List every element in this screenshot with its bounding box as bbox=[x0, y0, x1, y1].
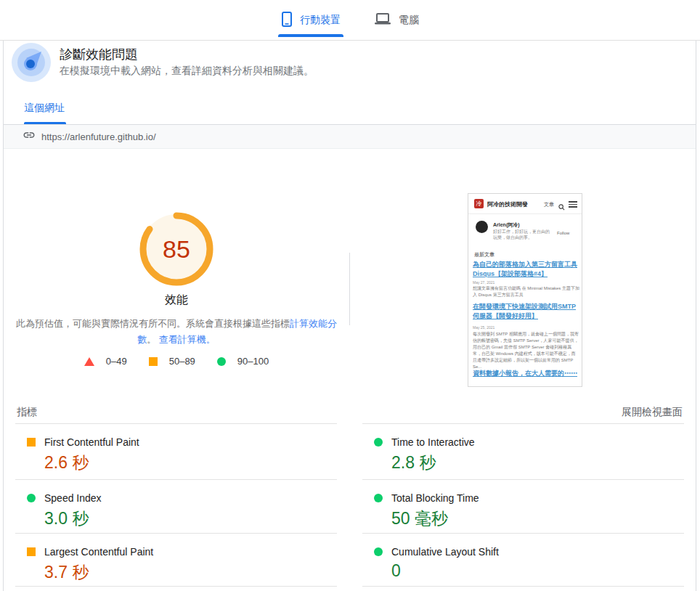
disclaimer-text: 此為預估值，可能與實際情況有所不同。系統會直接根據這些指標 bbox=[16, 318, 290, 329]
metric-name: Speed Index bbox=[44, 492, 102, 504]
legend-fail-range: 0–49 bbox=[84, 356, 127, 367]
page-subtitle: 在模擬環境中載入網站，查看詳細資料分析與相關建議。 bbox=[60, 65, 314, 78]
analyzed-url-bar: https://arlenfuture.github.io/ bbox=[4, 125, 696, 149]
score-disclaimer: 此為預估值，可能與實際情況有所不同。系統會直接根據這些指標計算效能分數。 查看計… bbox=[9, 316, 343, 348]
pass-circle-icon bbox=[374, 438, 383, 447]
performance-score-value: 85 bbox=[138, 211, 215, 288]
thumb-post-date: May 27, 2021 bbox=[473, 280, 495, 285]
thumb-post-excerpt: 想讓文章擁有留言功能嗎 在 Minimal Mistakes 主題下加入 Dis… bbox=[473, 285, 579, 298]
thumb-site-header: 冷 阿冷的技術開發 文章 bbox=[468, 194, 582, 214]
average-range-label: 50–89 bbox=[169, 356, 195, 367]
metric-name: Cumulative Layout Shift bbox=[391, 546, 499, 558]
expand-view-button[interactable]: 展開檢視畫面 bbox=[622, 406, 683, 419]
tab-desktop[interactable]: 電腦 bbox=[374, 3, 419, 37]
thumb-nav-articles: 文章 bbox=[544, 201, 554, 208]
metric-cumulative-layout-shift: Cumulative Layout Shift 0 bbox=[362, 533, 684, 587]
active-tab-indicator bbox=[278, 34, 343, 37]
pass-circle-icon bbox=[217, 357, 226, 366]
report-card: 診斷效能問題 在模擬環境中載入網站，查看詳細資料分析與相關建議。 這個網址 ht… bbox=[3, 41, 696, 591]
analyzed-url[interactable]: https://arlenfuture.github.io/ bbox=[41, 131, 156, 142]
thumb-search-icon bbox=[558, 200, 565, 213]
average-square-icon bbox=[27, 438, 36, 447]
thumb-site-logo: 冷 bbox=[474, 199, 484, 208]
metric-unit: 秒 bbox=[419, 453, 436, 472]
pass-circle-icon bbox=[27, 494, 36, 502]
metric-total-blocking-time: Total Blocking Time 50 毫秒 bbox=[362, 479, 684, 533]
score-range-legend: 0–49 50–89 90–100 bbox=[4, 356, 349, 367]
mobile-phone-icon bbox=[281, 10, 293, 30]
pass-circle-icon bbox=[374, 494, 383, 502]
thumb-avatar bbox=[476, 221, 488, 233]
thumb-post-date: May 25, 2021 bbox=[473, 325, 495, 330]
metric-value: 3.7 bbox=[44, 563, 68, 582]
legend-pass-range: 90–100 bbox=[217, 356, 269, 367]
thumb-post-excerpt: 每次開發到 SMTP 相關應用，就會碰上一個問題，我寄信的帳號密碼，先借 SMT… bbox=[473, 331, 579, 370]
metric-name: Time to Interactive bbox=[391, 436, 475, 448]
performance-score-label: 效能 bbox=[4, 293, 349, 308]
metric-value: 0 bbox=[391, 561, 401, 580]
thumb-post-title: 資料數據小報告，在大人需要的⋯⋯ bbox=[473, 369, 579, 378]
disclaimer-separator: 。 bbox=[147, 334, 159, 345]
thumb-site-title: 阿冷的技術開發 bbox=[487, 200, 528, 208]
tab-desktop-label: 電腦 bbox=[399, 14, 419, 27]
average-square-icon bbox=[27, 547, 36, 556]
pass-circle-icon bbox=[374, 547, 383, 556]
metrics-grid: First Contentful Paint 2.6 秒 Time to Int… bbox=[15, 423, 684, 587]
link-icon bbox=[23, 129, 36, 144]
metric-value: 2.8 bbox=[391, 453, 415, 472]
thumb-menu-icon bbox=[569, 201, 577, 209]
metric-first-contentful-paint: First Contentful Paint 2.6 秒 bbox=[15, 423, 337, 479]
metric-value: 2.6 bbox=[44, 453, 68, 472]
pagespeed-report-page: 行動裝置 電腦 診斷效能問題 在模擬環境中載入網站，查看詳細 bbox=[0, 0, 700, 591]
fail-range-label: 0–49 bbox=[106, 356, 127, 367]
calculator-link[interactable]: 查看計算機。 bbox=[159, 334, 216, 345]
thumb-profile-bio: 好好工作，好好玩，更自由的玩樂，做自由的事。 bbox=[493, 229, 553, 240]
legend-average-range: 50–89 bbox=[149, 356, 195, 367]
desktop-laptop-icon bbox=[374, 12, 391, 28]
metric-value: 3.0 bbox=[44, 509, 68, 528]
metric-time-to-interactive: Time to Interactive 2.8 秒 bbox=[362, 423, 684, 479]
score-thumbnail-divider bbox=[349, 253, 350, 325]
tab-mobile[interactable]: 行動裝置 bbox=[281, 3, 341, 37]
metrics-section-heading: 指標 bbox=[17, 406, 37, 419]
metric-value: 50 bbox=[391, 509, 410, 528]
tab-this-url[interactable]: 這個網址 bbox=[24, 102, 65, 115]
page-title: 診斷效能問題 bbox=[60, 46, 138, 63]
thumb-post-title: 在開發環境下快速架設測試用SMTP伺服器【開發好好用】 bbox=[473, 302, 579, 321]
fail-triangle-icon bbox=[84, 357, 94, 366]
tab-mobile-label: 行動裝置 bbox=[300, 14, 341, 27]
thumb-profile-name: Arlen(阿冷) bbox=[493, 221, 520, 229]
device-tabs-bar: 行動裝置 電腦 bbox=[0, 0, 700, 41]
metric-largest-contentful-paint: Largest Contentful Paint 3.7 秒 bbox=[15, 533, 337, 587]
average-square-icon bbox=[149, 357, 158, 366]
pass-range-label: 90–100 bbox=[237, 356, 269, 367]
metric-unit: 秒 bbox=[72, 509, 89, 528]
lighthouse-gauge-logo-icon bbox=[11, 42, 52, 83]
metric-name: Total Blocking Time bbox=[391, 492, 479, 504]
metric-unit: 毫秒 bbox=[415, 509, 448, 528]
metric-speed-index: Speed Index 3.0 秒 bbox=[15, 479, 337, 533]
thumb-follow-button: Follow bbox=[557, 231, 569, 235]
metric-name: Largest Contentful Paint bbox=[44, 546, 153, 558]
site-screenshot-thumbnail[interactable]: 冷 阿冷的技術開發 文章 Arlen(阿冷) 好好工作，好好玩，更自由的玩樂，做… bbox=[468, 193, 582, 387]
performance-score-gauge[interactable]: 85 bbox=[138, 211, 215, 288]
metric-unit: 秒 bbox=[72, 563, 89, 582]
thumb-latest-posts-heading: 最新文章 bbox=[474, 251, 495, 258]
metric-name: First Contentful Paint bbox=[44, 436, 139, 448]
thumb-post-title: 為自己的部落格加入第三方留言工具Disqus【架設部落格#4】 bbox=[473, 260, 579, 279]
metric-unit: 秒 bbox=[72, 453, 89, 472]
